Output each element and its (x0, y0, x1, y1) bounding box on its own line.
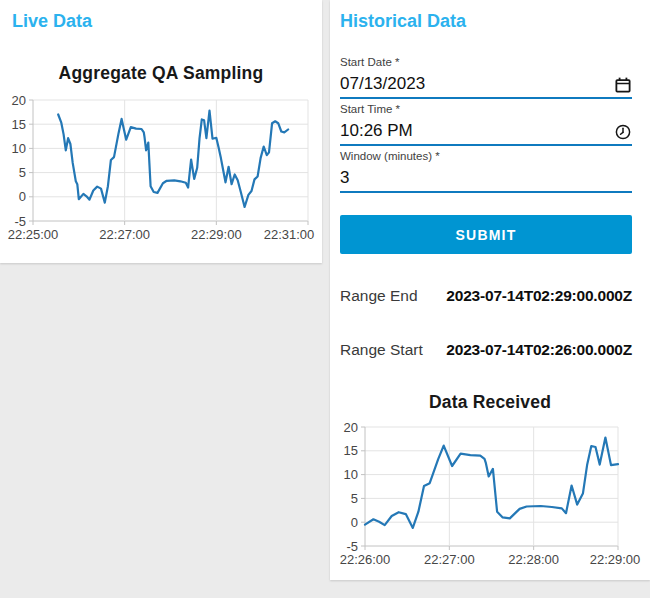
svg-text:10: 10 (344, 467, 358, 482)
live-data-heading: Live Data (12, 11, 92, 32)
received-line-chart: -50510152022:26:0022:27:0022:28:0022:29:… (332, 413, 648, 575)
svg-text:5: 5 (19, 165, 26, 180)
svg-text:22:29:00: 22:29:00 (191, 227, 242, 242)
svg-text:22:26:00: 22:26:00 (340, 552, 391, 567)
svg-text:20: 20 (12, 93, 26, 108)
start-time-field: Start Time * (340, 102, 632, 146)
start-date-field: Start Date * (340, 55, 632, 99)
start-date-label: Start Date * (340, 55, 632, 72)
range-start-label: Range Start (340, 341, 423, 359)
window-minutes-input[interactable] (340, 166, 632, 193)
live-line-chart: -50510152022:25:0022:27:0022:29:0022:31:… (0, 93, 322, 245)
window-minutes-field: Window (minutes) * (340, 149, 632, 193)
svg-text:20: 20 (344, 420, 358, 435)
svg-text:5: 5 (351, 491, 358, 506)
range-end-row: Range End 2023-07-14T02:29:00.000Z (340, 287, 632, 305)
live-data-panel: Live Data Aggregate QA Sampling -5051015… (0, 0, 322, 263)
svg-text:22:28:00: 22:28:00 (508, 552, 559, 567)
clock-icon[interactable] (615, 124, 631, 140)
svg-text:22:31:00: 22:31:00 (264, 227, 315, 242)
received-chart-title: Data Received (332, 392, 648, 413)
range-start-value: 2023-07-14T02:26:00.000Z (446, 341, 632, 359)
range-end-value: 2023-07-14T02:29:00.000Z (446, 287, 632, 305)
live-chart-title: Aggregate QA Sampling (0, 63, 322, 84)
range-start-row: Range Start 2023-07-14T02:26:00.000Z (340, 341, 632, 359)
window-minutes-label: Window (minutes) * (340, 149, 632, 166)
svg-text:0: 0 (19, 189, 26, 204)
start-date-input[interactable] (340, 72, 632, 99)
svg-text:15: 15 (344, 443, 358, 458)
start-time-input[interactable] (340, 119, 632, 146)
svg-text:22:29:00: 22:29:00 (590, 552, 641, 567)
svg-text:10: 10 (12, 141, 26, 156)
svg-text:22:25:00: 22:25:00 (8, 227, 59, 242)
historical-data-heading: Historical Data (340, 11, 466, 32)
svg-text:0: 0 (351, 515, 358, 530)
submit-button[interactable]: SUBMIT (340, 215, 632, 254)
svg-text:22:27:00: 22:27:00 (424, 552, 475, 567)
calendar-icon[interactable] (615, 77, 631, 93)
svg-text:15: 15 (12, 117, 26, 132)
range-end-label: Range End (340, 287, 418, 305)
start-time-label: Start Time * (340, 102, 632, 119)
svg-text:22:27:00: 22:27:00 (99, 227, 150, 242)
historical-data-panel: Historical Data Start Date * Start Time … (330, 0, 650, 580)
